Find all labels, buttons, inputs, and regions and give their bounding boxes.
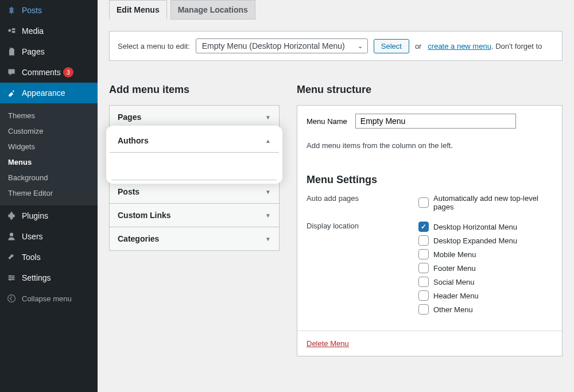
accordion-title: Posts — [118, 187, 139, 196]
checkbox-desktop-horizontal[interactable] — [418, 222, 429, 232]
tab-manage-locations[interactable]: Manage Locations — [170, 0, 255, 20]
checkbox-other[interactable] — [418, 304, 429, 315]
submenu-background[interactable]: Background — [0, 170, 98, 185]
pin-icon — [6, 5, 17, 16]
location-footer[interactable]: Footer Menu — [418, 263, 553, 273]
select-label: Select a menu to edit: — [118, 42, 190, 51]
sidebar-item-appearance[interactable]: Appearance — [0, 83, 98, 103]
select-button[interactable]: Select — [374, 39, 409, 53]
triangle-down-icon: ▼ — [265, 212, 271, 219]
collapse-icon — [6, 293, 17, 304]
accordion-pages: Pages ▼ — [110, 106, 279, 129]
tools-icon — [6, 251, 17, 263]
auto-add-row: Auto add pages Automatically add new top… — [297, 191, 562, 218]
sidebar-label: Tools — [22, 253, 41, 262]
pages-icon — [6, 46, 17, 57]
submenu-widgets[interactable]: Widgets — [0, 139, 98, 154]
appearance-submenu: Themes Customize Widgets Menus Backgroun… — [0, 103, 98, 205]
submenu-themes[interactable]: Themes — [0, 108, 98, 123]
menu-select-dropdown[interactable]: Empty Menu (Desktop Horizontal Menu) ⌄ — [196, 38, 368, 53]
checkbox-auto-add[interactable] — [418, 197, 429, 208]
add-items-heading: Add menu items — [109, 84, 280, 96]
checkbox-footer[interactable] — [418, 263, 429, 273]
checkbox-desktop-expanded[interactable] — [418, 235, 429, 246]
auto-add-text: Automatically add new top-level pages — [433, 194, 553, 211]
sidebar-item-posts[interactable]: Posts — [0, 0, 98, 21]
sidebar-item-comments[interactable]: Comments 3 — [0, 62, 98, 83]
svg-point-8 — [8, 295, 15, 302]
svg-point-6 — [12, 277, 14, 278]
add-menu-items-column: Add menu items Pages ▼ Authors ▲ — [109, 84, 280, 356]
or-text: or — [415, 42, 422, 51]
sidebar-label: Comments — [22, 68, 61, 77]
triangle-down-icon: ▼ — [265, 236, 271, 242]
sidebar-collapse[interactable]: Collapse menu — [0, 288, 98, 309]
accordion-categories: Categories ▼ — [110, 227, 279, 250]
submenu-customize[interactable]: Customize — [0, 123, 98, 139]
menu-select-value: Empty Menu (Desktop Horizontal Menu) — [202, 41, 345, 51]
menu-settings-heading: Menu Settings — [297, 167, 562, 191]
sidebar-item-pages[interactable]: Pages — [0, 41, 98, 62]
location-other[interactable]: Other Menu — [418, 304, 553, 315]
comments-icon — [6, 67, 17, 78]
auto-add-option-row[interactable]: Automatically add new top-level pages — [418, 194, 553, 211]
checkbox-social[interactable] — [418, 277, 429, 287]
settings-icon — [6, 272, 17, 284]
sidebar-item-tools[interactable]: Tools — [0, 247, 98, 267]
submenu-theme-editor[interactable]: Theme Editor — [0, 185, 98, 201]
sidebar-label: Media — [22, 26, 44, 36]
location-mobile[interactable]: Mobile Menu — [418, 249, 553, 259]
display-location-row: Display location Desktop Horizontal Menu… — [297, 218, 562, 321]
comments-badge: 3 — [63, 67, 73, 77]
sidebar-item-media[interactable]: Media — [0, 21, 98, 41]
tab-edit-menus[interactable]: Edit Menus — [109, 0, 167, 20]
nav-tabs: Edit Menus Manage Locations — [109, 0, 563, 20]
media-icon — [6, 25, 17, 37]
menu-items-accordion: Pages ▼ Authors ▲ Posts — [109, 105, 280, 251]
triangle-down-icon: ▼ — [265, 189, 271, 195]
accordion-custom-links-header[interactable]: Custom Links ▼ — [110, 204, 279, 227]
appearance-icon — [6, 87, 17, 99]
accordion-authors-header[interactable]: Authors ▲ — [110, 129, 279, 152]
svg-point-7 — [9, 279, 11, 281]
accordion-posts-header[interactable]: Posts ▼ — [110, 180, 279, 203]
menu-selector-bar: Select a menu to edit: Empty Menu (Deskt… — [109, 31, 563, 61]
accordion-title: Custom Links — [118, 211, 171, 220]
triangle-up-icon: ▲ — [265, 138, 271, 144]
sidebar-item-settings[interactable]: Settings — [0, 267, 98, 288]
accordion-title: Pages — [118, 112, 141, 122]
accordion-title: Categories — [118, 234, 159, 243]
location-header[interactable]: Header Menu — [418, 290, 553, 301]
sidebar-item-users[interactable]: Users — [0, 226, 98, 247]
svg-point-1 — [10, 233, 13, 236]
accordion-categories-header[interactable]: Categories ▼ — [110, 227, 279, 250]
create-new-menu-link[interactable]: create a new menu — [428, 42, 491, 51]
accordion-authors: Authors ▲ — [110, 129, 279, 180]
plugins-icon — [6, 210, 17, 222]
checkbox-header[interactable] — [418, 290, 429, 301]
sidebar-item-plugins[interactable]: Plugins — [0, 205, 98, 226]
menu-structure-panel: Menu Name Add menu items from the column… — [297, 105, 563, 356]
accordion-pages-header[interactable]: Pages ▼ — [110, 106, 279, 129]
structure-heading: Menu structure — [297, 84, 563, 96]
sidebar-label: Users — [22, 232, 43, 241]
menu-name-label: Menu Name — [307, 117, 347, 126]
location-desktop-h[interactable]: Desktop Horizontal Menu — [418, 222, 553, 232]
location-social[interactable]: Social Menu — [418, 277, 553, 287]
trailer-text: . Don't forget to — [491, 42, 542, 51]
checkbox-mobile[interactable] — [418, 249, 429, 259]
chevron-down-icon: ⌄ — [358, 42, 363, 50]
accordion-custom-links: Custom Links ▼ — [110, 204, 279, 227]
panel-footer: Delete Menu — [297, 331, 562, 356]
menu-name-input[interactable] — [355, 114, 516, 129]
submenu-menus[interactable]: Menus — [0, 154, 98, 170]
location-desktop-e[interactable]: Desktop Expanded Menu — [418, 235, 553, 246]
sidebar-label: Appearance — [22, 88, 65, 98]
sidebar-label: Collapse menu — [22, 294, 72, 303]
delete-menu-link[interactable]: Delete Menu — [307, 339, 349, 348]
accordion-title: Authors — [118, 136, 149, 145]
display-location-label: Display location — [307, 222, 418, 318]
sidebar-label: Posts — [22, 6, 42, 15]
sidebar-label: Settings — [22, 273, 51, 282]
svg-point-0 — [8, 29, 11, 32]
